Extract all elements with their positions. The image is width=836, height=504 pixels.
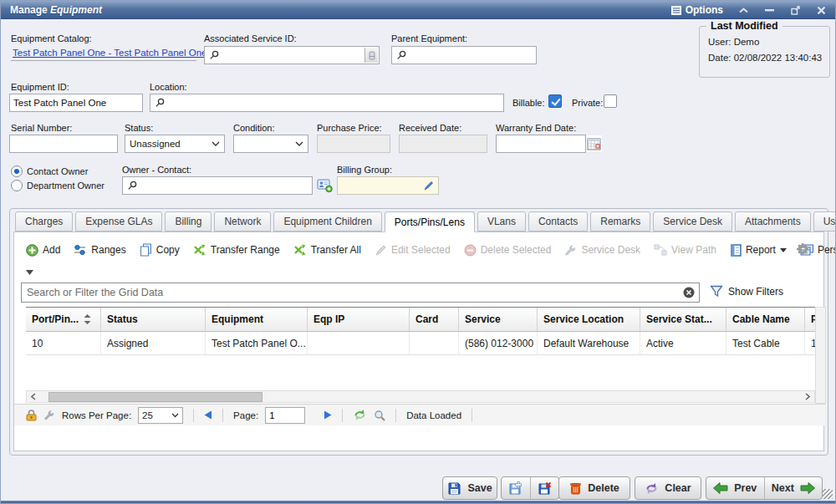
equipment-catalog-link[interactable]: Test Patch Panel One - Test Patch Panel … (13, 48, 206, 58)
equipment-id-input[interactable] (9, 94, 143, 112)
grid-row[interactable]: 10 Assigned Test Patch Panel O... (586) … (26, 332, 815, 355)
serial-number-input[interactable] (9, 135, 118, 153)
scroll-right-button[interactable] (801, 391, 814, 402)
status-label: Status: (125, 123, 153, 133)
clear-button[interactable]: Clear (635, 476, 701, 500)
close-icon (817, 6, 826, 15)
prev-page-button[interactable] (204, 410, 212, 420)
private-checkbox[interactable] (604, 94, 617, 108)
add-contact-button[interactable] (317, 178, 333, 195)
detail-panel: Charges Expense GLAs Billing Network Equ… (9, 208, 828, 456)
column-header-equipment[interactable]: Equipment (206, 308, 308, 331)
tab-attachments[interactable]: Attachments (735, 211, 811, 232)
condition-select[interactable] (233, 135, 308, 153)
save-options-group (501, 476, 559, 500)
associated-service-id-label: Associated Service ID: (204, 33, 297, 43)
rows-per-page-select[interactable]: 25 (138, 407, 183, 424)
owner-contact-field[interactable] (122, 176, 313, 195)
lock-icon[interactable] (26, 410, 37, 421)
minimize-button[interactable] (763, 3, 775, 17)
save-button[interactable]: Save (442, 476, 497, 500)
grid-settings-button[interactable] (797, 243, 808, 257)
funnel-icon (710, 285, 723, 298)
clear-selector-button[interactable] (364, 48, 378, 63)
toolbar-overflow-button[interactable] (26, 267, 33, 277)
received-date-input (399, 135, 487, 153)
clear-search-button[interactable] (683, 287, 695, 298)
pager-search-icon[interactable] (374, 410, 385, 421)
tab-charges[interactable]: Charges (15, 211, 73, 232)
search-icon (396, 50, 406, 60)
tab-network[interactable]: Network (214, 211, 271, 232)
parent-equipment-field[interactable] (391, 46, 537, 64)
calendar-button[interactable] (586, 135, 602, 151)
scrollbar-thumb[interactable] (48, 392, 263, 402)
options-button[interactable]: Options (671, 4, 723, 16)
save-and-close-button[interactable] (530, 477, 558, 499)
grid-search-input[interactable] (22, 287, 683, 298)
tab-vlans[interactable]: VLans (477, 211, 526, 232)
options-list-icon (671, 6, 681, 15)
report-button[interactable]: Report (723, 240, 793, 260)
tab-expense-glas[interactable]: Expense GLAs (75, 211, 162, 232)
clear-arrows-icon (645, 482, 659, 495)
pager-wrench-icon[interactable] (43, 410, 55, 421)
column-header-service-status[interactable]: Service Stat... (640, 308, 726, 331)
show-filters-button[interactable]: Show Filters (710, 285, 783, 298)
options-label: Options (686, 4, 723, 16)
chevron-left-icon (31, 393, 36, 400)
page-input[interactable] (265, 407, 305, 424)
department-owner-radio[interactable]: Department Owner (11, 180, 104, 191)
column-header-port-pin[interactable]: Port/Pin... (26, 308, 101, 331)
resize-grip[interactable] (823, 489, 833, 499)
column-header-status[interactable]: Status (101, 308, 206, 331)
next-page-button[interactable] (324, 410, 332, 420)
transfer-range-button[interactable]: Transfer Range (186, 240, 287, 260)
rows-per-page-label: Rows Per Page: (62, 410, 131, 420)
close-button[interactable] (815, 3, 827, 17)
add-button[interactable]: Add (19, 240, 67, 260)
associated-service-id-field[interactable] (204, 46, 380, 64)
next-button[interactable]: Next (765, 477, 823, 499)
prev-button[interactable]: Prev (706, 477, 764, 499)
popout-icon (791, 6, 800, 15)
popout-button[interactable] (789, 3, 801, 17)
last-modified-user: User: Demo (708, 37, 759, 47)
tab-contacts[interactable]: Contacts (528, 211, 588, 232)
save-and-new-button[interactable] (502, 477, 530, 499)
column-header-service[interactable]: Service (459, 308, 538, 331)
copy-button[interactable]: Copy (133, 240, 186, 260)
pager-status: Data Loaded (406, 410, 461, 420)
contact-owner-radio[interactable]: Contact Owner (11, 165, 88, 177)
horizontal-scrollbar[interactable] (26, 390, 815, 403)
billable-checkbox[interactable] (548, 94, 562, 108)
location-field[interactable] (150, 94, 504, 112)
scroll-left-button[interactable] (27, 391, 40, 402)
tab-user-defined-fields[interactable]: User Defined Fields (813, 211, 836, 232)
delete-button[interactable]: Delete (558, 476, 630, 500)
column-header-card[interactable]: Card (410, 308, 459, 331)
column-header-eqp-ip[interactable]: Eqp IP (308, 308, 410, 331)
tab-content: Add Ranges Copy Transfer Range (13, 232, 824, 451)
billing-group-field[interactable] (337, 176, 439, 195)
owner-contact-label: Owner - Contact: (122, 165, 191, 175)
cell-port-pin: 10 (26, 332, 101, 354)
warranty-end-date-input[interactable] (496, 135, 586, 153)
transfer-all-button[interactable]: Transfer All (287, 240, 368, 260)
serial-number-label: Serial Number: (11, 123, 72, 133)
tab-strip: Charges Expense GLAs Billing Network Equ… (15, 211, 836, 232)
tab-equipment-children[interactable]: Equipment Children (273, 211, 381, 232)
status-select[interactable]: Unassigned (125, 135, 225, 153)
column-header-service-location[interactable]: Service Location (538, 308, 640, 331)
pencil-icon (424, 181, 434, 191)
vertical-scrollbar[interactable] (815, 307, 826, 404)
ranges-button[interactable]: Ranges (67, 240, 132, 260)
refresh-icon[interactable] (353, 409, 367, 421)
collapse-button[interactable] (737, 3, 749, 17)
column-header-cable-name[interactable]: Cable Name (726, 308, 805, 331)
tab-billing[interactable]: Billing (165, 211, 212, 232)
tab-ports-pins-lens[interactable]: Ports/Pins/Lens (385, 211, 475, 232)
tab-remarks[interactable]: Remarks (590, 211, 650, 232)
column-header-p[interactable]: P (805, 308, 815, 331)
tab-service-desk[interactable]: Service Desk (653, 211, 732, 232)
